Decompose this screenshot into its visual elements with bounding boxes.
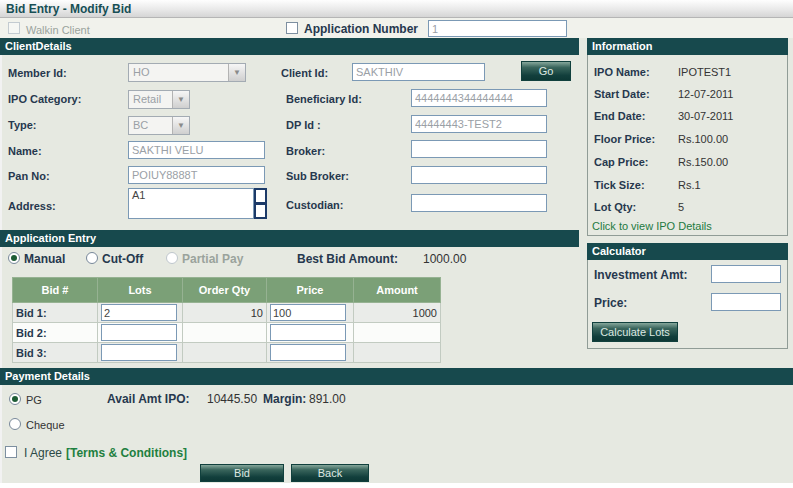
application-number-checkbox[interactable] [286,22,298,34]
price-input-3[interactable] [270,344,346,361]
ipo-category-value: Retail [129,91,172,108]
terms-conditions-link[interactable]: [Terms & Conditions] [66,446,187,460]
dropdown-arrow-icon: ▼ [172,117,189,134]
col-header-lots: Lots [98,278,183,303]
client-id-label: Client Id: [281,67,328,80]
col-header-amount: Amount [354,278,441,303]
member-id-value: HO [129,64,228,81]
calc-price-label: Price: [594,297,627,310]
best-bid-amount-label: Best Bid Amount: [297,253,398,266]
i-agree-label: I Agree [24,447,62,460]
bid-row-3: Bid 3: [13,343,441,363]
ipo-category-select[interactable]: Retail ▼ [128,90,190,109]
bid-entry-page: Bid Entry - Modify Bid Walkin Client App… [0,0,793,488]
manual-radio[interactable] [8,252,20,264]
bid-button[interactable]: Bid [200,464,284,482]
bid-table: Bid # Lots Order Qty Price Amount Bid 1:… [12,277,441,363]
cheque-radio[interactable] [9,418,21,430]
broker-input[interactable] [411,140,547,158]
beneficiary-id-input[interactable] [411,89,547,107]
amount-value-3 [354,343,441,363]
application-entry-header: Application Entry [0,230,579,247]
ipo-name-value: IPOTEST1 [678,66,731,79]
payment-details-header: Payment Details [0,368,793,385]
cheque-radio-label: Cheque [26,419,65,432]
dp-id-label: DP Id : [286,119,321,132]
walkin-client-checkbox[interactable] [8,22,20,34]
ipo-name-label: IPO Name: [594,66,650,79]
margin-value: 891.00 [309,393,346,406]
pan-no-label: Pan No: [8,170,50,183]
margin-label: Margin: [263,393,306,406]
type-select[interactable]: BC ▼ [128,116,190,135]
price-input-2[interactable] [270,324,346,341]
lots-input-2[interactable] [101,324,177,341]
address-textarea[interactable]: A1 [128,188,254,219]
application-number-input[interactable] [428,20,567,37]
investment-amt-input[interactable] [711,265,781,283]
pg-radio-label: PG [26,394,42,407]
address-scroll-up-button[interactable] [254,188,267,204]
avail-amt-value: 10445.50 [207,393,257,406]
bid-row-label: Bid 2: [13,323,98,343]
start-date-label: Start Date: [594,88,650,101]
i-agree-checkbox[interactable] [5,446,17,458]
pan-no-input[interactable] [128,166,265,184]
investment-amt-label: Investment Amt: [594,269,688,282]
end-date-label: End Date: [594,110,645,123]
go-button[interactable]: Go [521,61,571,81]
lots-input-1[interactable] [101,304,177,321]
order-qty-value-1: 10 [183,303,267,323]
sub-broker-input[interactable] [411,166,547,184]
calculator-header: Calculator [587,243,788,260]
amount-value-2 [354,323,441,343]
col-header-order-qty: Order Qty [183,278,267,303]
order-qty-value-3 [183,343,267,363]
information-header: Information [587,38,788,55]
beneficiary-id-label: Beneficiary Id: [286,93,362,106]
avail-amt-label: Avail Amt IPO: [107,393,189,406]
sub-broker-label: Sub Broker: [286,170,349,183]
member-id-select[interactable]: HO ▼ [128,63,246,82]
member-id-label: Member Id: [8,67,67,80]
bid-row-label: Bid 3: [13,343,98,363]
back-button[interactable]: Back [291,464,369,482]
view-ipo-details-link[interactable]: Click to view IPO Details [592,220,712,232]
custodian-input[interactable] [411,194,547,212]
end-date-value: 30-07-2011 [678,110,733,123]
dp-id-input[interactable] [411,115,547,133]
lots-input-3[interactable] [101,344,177,361]
manual-radio-label: Manual [24,253,65,266]
bid-row-label: Bid 1: [13,303,98,323]
custodian-label: Custodian: [286,199,343,212]
bid-row-1: Bid 1: 10 1000 [13,303,441,323]
amount-value-1: 1000 [354,303,441,323]
col-header-price: Price [267,278,354,303]
application-number-label: Application Number [304,23,418,36]
partial-pay-radio[interactable] [166,252,178,264]
calc-price-input[interactable] [711,293,781,311]
price-input-1[interactable] [270,304,346,321]
bid-row-2: Bid 2: [13,323,441,343]
client-id-input[interactable] [352,63,485,81]
lot-qty-label: Lot Qty: [594,201,636,214]
type-value: BC [129,117,172,134]
order-qty-value-2 [183,323,267,343]
floor-price-value: Rs.100.00 [678,133,728,146]
cap-price-value: Rs.150.00 [678,156,728,169]
pg-radio[interactable] [9,393,21,405]
dropdown-arrow-icon: ▼ [172,91,189,108]
tick-size-value: Rs.1 [678,179,701,192]
calculate-lots-button[interactable]: Calculate Lots [592,322,678,342]
partial-pay-radio-label: Partial Pay [182,253,243,266]
page-title: Bid Entry - Modify Bid [0,0,793,18]
address-scroll-down-button[interactable] [254,203,267,219]
cutoff-radio-label: Cut-Off [102,253,143,266]
lot-qty-value: 5 [678,201,684,214]
name-input[interactable] [128,141,265,159]
best-bid-amount-value: 1000.00 [423,253,466,266]
address-label: Address: [8,200,56,213]
start-date-value: 12-07-2011 [678,88,733,101]
cutoff-radio[interactable] [86,252,98,264]
broker-label: Broker: [286,145,325,158]
